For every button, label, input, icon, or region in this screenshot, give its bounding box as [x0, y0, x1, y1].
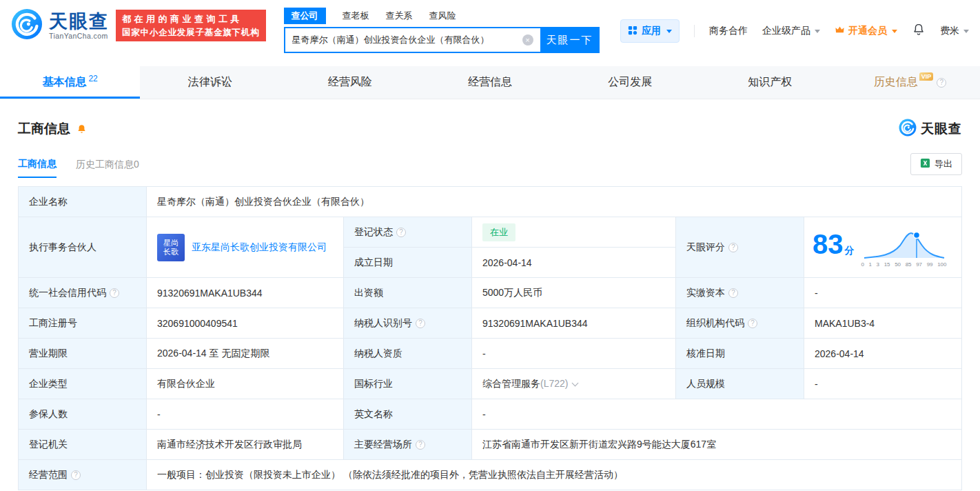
tab-basic-info-label: 基本信息: [42, 75, 86, 90]
subtab-business-info[interactable]: 工商信息: [18, 158, 57, 178]
help-icon[interactable]: [416, 440, 425, 450]
help-icon[interactable]: [748, 319, 757, 328]
status-badge: 在业: [482, 223, 515, 241]
tianyancha-logo[interactable]: 天眼查 TianYanCha.com: [11, 8, 109, 43]
section-title: 工商信息: [18, 120, 70, 138]
tab-basic-info-count: 22: [88, 74, 97, 83]
business-cooperation-link[interactable]: 商务合作: [709, 25, 748, 37]
tab-label: 公司发展: [608, 75, 652, 90]
logo-title: 天眼查: [49, 12, 109, 32]
business-info-card: 工商信息 天眼查 工商信息 历史工商信息0: [0, 119, 980, 490]
field-value-business-term: 2026-04-14 至 无固定期限: [147, 339, 344, 369]
search-button[interactable]: 天眼一下: [540, 27, 600, 53]
promo-banner: 都在用的商业查询工具 国家中小企业发展子基金旗下机构: [116, 10, 266, 41]
tab-intellectual-property[interactable]: 知识产权: [700, 66, 840, 99]
field-label-insured-count: 参保人数: [19, 399, 147, 430]
field-label-company-name: 企业名称: [19, 187, 147, 217]
field-label-registration-status: 登记状态: [344, 217, 472, 248]
score-number: 83分: [813, 230, 855, 264]
tab-operating-risk[interactable]: 经营风险: [280, 66, 420, 99]
help-icon[interactable]: [416, 319, 425, 328]
top-right-menu: 应用 商务合作 企业级产品 开通会员 费米: [620, 8, 969, 43]
search-tab-risk[interactable]: 查风险: [429, 10, 456, 22]
table-row: 工商注册号 320691000409541 纳税人识别号 91320691MAK…: [19, 308, 962, 339]
field-value-paid-capital: -: [804, 278, 962, 308]
watermark-text: 天眼查: [921, 120, 962, 138]
field-value-org-code: MAKA1UB3-4: [804, 308, 962, 339]
apps-menu-button[interactable]: 应用: [620, 19, 680, 43]
field-label-paid-capital: 实缴资本: [676, 278, 804, 308]
subtab-history-business-info[interactable]: 历史工商信息0: [76, 159, 139, 178]
notification-bell-icon[interactable]: [912, 23, 926, 39]
tab-basic-info[interactable]: 基本信息 22: [0, 66, 140, 99]
field-value-industry: 综合管理服务(L722): [472, 369, 676, 399]
clear-search-icon[interactable]: [522, 34, 533, 46]
field-value-capital: 5000万人民币: [472, 278, 676, 308]
help-icon[interactable]: [728, 243, 738, 252]
score-distribution-chart: 0131550859799100: [861, 228, 947, 268]
field-value-company-name: 星奇摩尔（南通）创业投资合伙企业（有限合伙）: [147, 187, 962, 217]
open-vip-button[interactable]: 开通会员: [835, 25, 897, 37]
tab-business-info[interactable]: 经营信息: [420, 66, 560, 99]
partner-company-link[interactable]: 亚东星尚长歌创业投资有限公司: [192, 241, 327, 254]
field-value-establish-date: 2026-04-14: [472, 248, 676, 278]
table-row: 营业期限 2026-04-14 至 无固定期限 纳税人资质 - 核准日期 202…: [19, 339, 962, 369]
tab-label: 法律诉讼: [188, 75, 232, 90]
user-menu[interactable]: 费米: [940, 25, 969, 37]
chevron-down-icon: [892, 30, 897, 33]
field-value-registration-number: 320691000409541: [147, 308, 344, 339]
divider: [694, 25, 695, 37]
field-label-business-place: 主要经营场所: [344, 430, 472, 460]
partner-logo: 星尚长歌: [157, 234, 185, 261]
search-tab-relation[interactable]: 查关系: [386, 10, 413, 22]
logo-domain: TianYanCha.com: [49, 32, 109, 40]
field-label-capital: 出资额: [344, 278, 472, 308]
table-row: 企业类型 有限合伙企业 国标行业 综合管理服务(L722) 人员规模 -: [19, 369, 962, 399]
field-label-business-term: 营业期限: [19, 339, 147, 369]
business-info-table: 企业名称 星奇摩尔（南通）创业投资合伙企业（有限合伙） 执行事务合伙人 星尚长歌…: [18, 186, 962, 490]
tab-label: 知识产权: [748, 75, 792, 90]
export-label: 导出: [935, 158, 952, 170]
search-tab-boss[interactable]: 查老板: [343, 10, 369, 22]
tab-history-info[interactable]: 历史信息 VIP: [840, 66, 980, 99]
field-label-staff-size: 人员规模: [676, 369, 804, 399]
chevron-down-icon[interactable]: [572, 379, 579, 386]
apps-label: 应用: [642, 25, 661, 37]
field-label-company-type: 企业类型: [19, 369, 147, 399]
search-tab-company[interactable]: 查公司: [284, 8, 326, 24]
field-label-approval-date: 核准日期: [676, 339, 804, 369]
field-value-business-place: 江苏省南通市开发区新开街道宏兴路9号能达大厦617室: [472, 430, 962, 460]
search-input[interactable]: [284, 27, 540, 53]
field-label-business-scope: 经营范围: [19, 460, 147, 490]
subscribe-bell-icon[interactable]: [76, 123, 88, 135]
tab-legal-proceedings[interactable]: 法律诉讼: [140, 66, 280, 99]
tab-label: 经营信息: [468, 75, 512, 90]
enterprise-products-menu[interactable]: 企业级产品: [762, 25, 820, 37]
export-button[interactable]: 导出: [910, 153, 962, 175]
field-value-staff-size: -: [804, 369, 962, 399]
field-label-taxpayer-quality: 纳税人资质: [344, 339, 472, 369]
chevron-down-icon: [666, 30, 672, 33]
field-label-executive-partner: 执行事务合伙人: [19, 217, 147, 278]
tianyancha-swirl-icon: [11, 8, 43, 43]
field-label-credit-code: 统一社会信用代码: [19, 278, 147, 308]
help-icon[interactable]: [71, 470, 81, 480]
table-row: 执行事务合伙人 星尚长歌 亚东星尚长歌创业投资有限公司 登记状态 在业 天眼评分…: [19, 217, 962, 248]
field-value-approval-date: 2026-04-14: [804, 339, 962, 369]
help-icon[interactable]: [937, 78, 946, 88]
help-icon[interactable]: [110, 288, 119, 298]
top-bar: 天眼查 TianYanCha.com 都在用的商业查询工具 国家中小企业发展子基…: [0, 0, 980, 66]
field-value-english-name: -: [472, 399, 962, 430]
field-label-registration-authority: 登记机关: [19, 430, 147, 460]
chevron-down-icon: [815, 30, 820, 33]
field-label-taxpayer-id: 纳税人识别号: [344, 308, 472, 339]
field-label-english-name: 英文名称: [344, 399, 472, 430]
field-value-insured-count: -: [147, 399, 344, 430]
help-icon[interactable]: [728, 288, 738, 298]
search-tabs: 查公司 查老板 查关系 查风险: [284, 7, 600, 25]
table-row: 参保人数 - 英文名称 -: [19, 399, 962, 430]
help-icon[interactable]: [396, 228, 406, 237]
tab-company-development[interactable]: 公司发展: [560, 66, 700, 99]
apps-grid-icon: [628, 26, 637, 37]
promo-line2: 国家中小企业发展子基金旗下机构: [122, 27, 260, 39]
